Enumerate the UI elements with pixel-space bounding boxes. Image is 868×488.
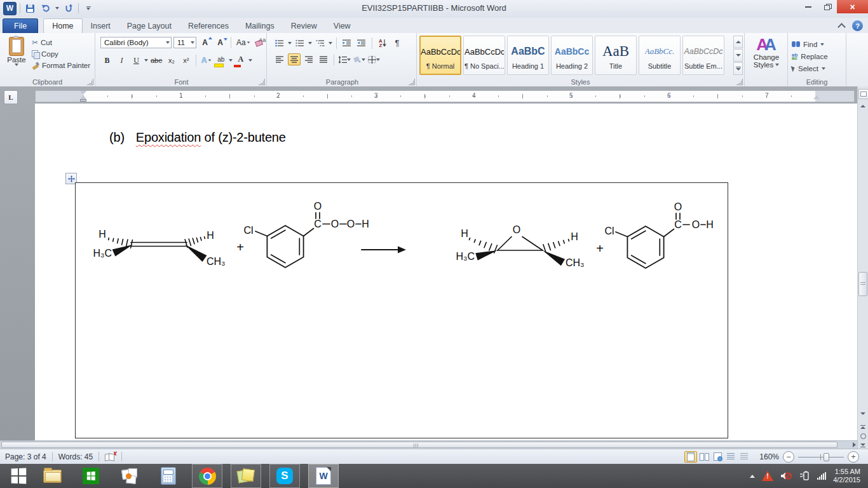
underline-button[interactable]: U [130,55,143,66]
text-highlight-button[interactable]: ab [214,53,227,67]
scroll-right-arrow[interactable] [853,442,856,447]
scroll-down-arrow[interactable] [858,409,867,418]
start-button[interactable] [0,464,37,488]
power-battery-icon[interactable] [799,471,810,481]
network-signal-icon[interactable] [817,472,826,480]
word-count-indicator[interactable]: Words: 45 [58,452,93,461]
change-styles-button[interactable]: AA Change Styles [745,36,788,69]
styles-scroll-up-button[interactable] [733,36,743,48]
style-heading-1[interactable]: AaBbC Heading 1 [507,36,549,75]
cut-button[interactable]: ✂ Cut [32,37,90,48]
previous-page-button[interactable] [858,422,867,431]
zoom-in-button[interactable]: + [848,451,859,463]
full-screen-reading-view-button[interactable] [698,451,710,463]
font-size-combo[interactable]: 11 [173,37,196,48]
tab-home[interactable]: Home [43,18,82,33]
minimize-button[interactable] [799,0,818,13]
justify-button[interactable] [317,53,330,65]
show-hidden-icons-button[interactable] [750,475,755,478]
clipboard-dialog-launcher[interactable] [87,79,93,85]
style-subtle-emphasis[interactable]: AaBbCcDc Subtle Em... [682,36,724,75]
numbering-button[interactable] [294,37,306,49]
page-indicator[interactable]: Page: 3 of 4 [5,452,46,461]
heading-rest[interactable]: of (z)-2-butene [201,130,286,144]
horizontal-ruler[interactable]: 1 2 3 4 5 6 7 [35,90,855,102]
action-center-warning-icon[interactable]: ! [762,471,773,481]
tab-references[interactable]: References [180,19,237,33]
superscript-button[interactable]: x² [179,55,193,66]
styles-scroll-down-button[interactable] [733,49,743,62]
tab-page-layout[interactable]: Page Layout [119,19,180,33]
clear-formatting-button[interactable] [254,37,267,48]
web-layout-view-button[interactable] [711,451,724,463]
shrink-font-button[interactable]: A [214,37,227,48]
align-left-button[interactable] [273,53,286,65]
styles-dialog-launcher[interactable] [736,79,743,85]
volume-muted-icon[interactable] [780,471,792,481]
font-color-caret[interactable] [248,59,252,62]
styles-gallery-more-button[interactable] [733,62,743,75]
style-normal[interactable]: AaBbCcDc ¶ Normal [419,36,461,75]
align-right-button[interactable] [302,53,315,65]
taskbar-skype[interactable]: S [269,464,300,488]
taskbar-windows-store[interactable] [76,464,106,488]
text-effects-button[interactable]: A [200,55,213,66]
underline-caret[interactable] [144,59,148,62]
draft-view-button[interactable] [738,451,750,463]
close-button[interactable]: × [837,0,868,13]
style-no-spacing[interactable]: AaBbCcDc ¶ No Spaci... [463,36,505,75]
highlight-caret[interactable] [229,59,233,62]
taskbar-chrome[interactable] [192,464,222,488]
taskbar-clock[interactable]: 1:55 AM 4/2/2015 [833,468,860,484]
tab-insert[interactable]: Insert [83,19,119,33]
bold-button[interactable]: B [100,55,114,66]
taskbar-calculator[interactable] [153,464,184,488]
vertical-scrollbar[interactable] [857,86,868,451]
style-heading-2[interactable]: AaBbCc Heading 2 [551,36,593,75]
heading-prefix[interactable]: (b) [109,130,125,144]
strikethrough-button[interactable]: abe [149,55,163,66]
change-case-button[interactable]: Aa [235,37,252,48]
tab-stop-selector[interactable]: L [4,90,18,104]
tab-mailings[interactable]: Mailings [237,19,283,33]
taskbar-sticky-notes[interactable] [231,464,261,488]
replace-button[interactable]: abac Replace [792,50,828,62]
select-browse-object-button[interactable] [858,432,867,440]
horizontal-scrollbar-thumb[interactable] [1,442,837,448]
subscript-button[interactable]: x₂ [165,55,178,66]
collapse-ribbon-icon[interactable] [837,23,846,31]
grow-font-button[interactable]: A [198,37,212,48]
print-layout-view-button[interactable] [684,451,697,463]
shading-button[interactable] [353,53,365,65]
find-button[interactable]: Find [792,38,828,50]
tab-file[interactable]: File [3,18,38,33]
left-indent-marker[interactable] [80,99,86,102]
scroll-up-arrow[interactable] [858,102,867,111]
taskbar-photos[interactable] [114,464,145,488]
restore-button[interactable] [818,0,837,13]
vertical-scrollbar-thumb[interactable] [858,272,867,296]
format-painter-button[interactable]: Format Painter [32,60,90,71]
taskbar-file-explorer[interactable] [37,464,67,488]
right-indent-marker[interactable] [813,95,820,99]
borders-button[interactable] [367,53,380,65]
heading-misspelled-word[interactable]: Epoxidation [136,130,201,144]
taskbar-word-active[interactable]: W [308,464,339,488]
document-heading[interactable]: (b)Epoxidation of (z)-2-butene [109,130,286,145]
italic-button[interactable]: I [115,55,128,66]
font-color-button[interactable]: A [234,53,247,67]
decrease-indent-button[interactable] [341,37,353,49]
select-button[interactable]: Select [792,62,828,74]
tab-view[interactable]: View [325,19,359,33]
help-button[interactable]: ? [852,20,863,31]
zoom-level[interactable]: 160% [759,452,779,461]
tab-review[interactable]: Review [283,19,325,33]
bullets-button[interactable] [273,37,286,49]
zoom-slider-thumb[interactable] [824,453,829,461]
outline-view-button[interactable] [724,451,737,463]
drawing-canvas[interactable]: H H₃C H CH₃ + [75,182,728,438]
ruler-toggle-button[interactable] [858,89,868,99]
align-center-button[interactable] [288,53,301,65]
style-title[interactable]: AaB Title [595,36,637,75]
proofing-errors-icon[interactable]: ✗ [105,453,116,461]
